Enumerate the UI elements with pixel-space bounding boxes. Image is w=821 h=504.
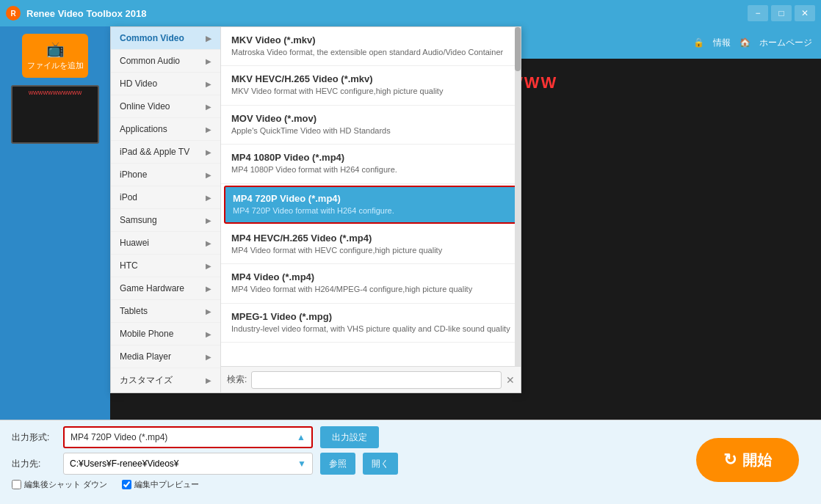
category-htc[interactable]: HTC ▶ xyxy=(111,255,220,277)
app-logo: R xyxy=(6,6,21,21)
category-applications[interactable]: Applications ▶ xyxy=(111,118,220,141)
search-clear-button[interactable]: ✕ xyxy=(506,374,515,386)
shutdown-checkbox-label: 編集後シャット ダウン xyxy=(24,479,107,490)
home-label[interactable]: ホームページ xyxy=(759,37,812,49)
home-icon: 🏠 xyxy=(739,37,751,48)
window-controls: − □ ✕ xyxy=(748,5,815,21)
open-button[interactable]: 開く xyxy=(363,453,398,475)
category-common-audio[interactable]: Common Audio ▶ xyxy=(111,50,220,73)
arrow-icon: ▶ xyxy=(206,103,211,111)
output-path-display: C:¥Users¥F-renee¥Videos¥ ▼ xyxy=(63,453,313,475)
minimize-button[interactable]: − xyxy=(748,5,768,21)
maximize-button[interactable]: □ xyxy=(771,5,792,21)
format-mkv-video[interactable]: MKV Video (*.mkv) Matroska Video format,… xyxy=(221,27,521,66)
format-dropdown: Common Video ▶ Common Audio ▶ HD Video ▶… xyxy=(110,26,521,393)
category-ipad-apple-tv[interactable]: iPad && Apple TV ▶ xyxy=(111,141,220,164)
output-format-select[interactable]: MP4 720P Video (*.mp4) ▲ xyxy=(63,426,313,448)
lock-icon: 🔒 xyxy=(693,37,704,48)
arrow-icon: ▶ xyxy=(206,80,211,88)
output-path-value: C:¥Users¥F-renee¥Videos¥ xyxy=(70,459,179,469)
arrow-icon: ▶ xyxy=(206,376,211,384)
add-file-button[interactable]: 📺 ファイルを追加 xyxy=(22,34,88,78)
output-format-row: 出力形式: MP4 720P Video (*.mp4) ▲ 出力設定 xyxy=(12,426,809,448)
arrow-icon: ▶ xyxy=(206,285,211,293)
format-mkv-hevc[interactable]: MKV HEVC/H.265 Video (*.mkv) MKV Video f… xyxy=(221,66,521,105)
titlebar: R Renee Video Toolbox 2018 − □ ✕ xyxy=(0,0,821,26)
bottom-checkboxes: 編集後シャット ダウン 編集中プレビュー xyxy=(12,479,809,490)
category-tablets[interactable]: Tablets ▶ xyxy=(111,300,220,323)
arrow-icon: ▶ xyxy=(206,34,211,43)
shutdown-checkbox-item[interactable]: 編集後シャット ダウン xyxy=(12,479,107,490)
dropdown-path-arrow-icon: ▼ xyxy=(297,459,306,469)
category-samsung[interactable]: Samsung ▶ xyxy=(111,209,220,232)
arrow-icon: ▶ xyxy=(206,239,211,247)
top-bar-actions: 🔒 情報 🏠 ホームページ xyxy=(693,37,812,49)
arrow-icon: ▶ xyxy=(206,171,211,179)
format-mp4-1080p[interactable]: MP4 1080P Video (*.mp4) MP4 1080P Video … xyxy=(221,145,521,183)
arrow-icon: ▶ xyxy=(206,216,211,224)
category-media-player[interactable]: Media Player ▶ xyxy=(111,346,220,368)
dropdown-arrow-icon: ▲ xyxy=(297,432,305,442)
format-mp4-hevc[interactable]: MP4 HEVC/H.265 Video (*.mp4) MP4 Video f… xyxy=(221,225,521,264)
format-mp4-720p[interactable]: MP4 720P Video (*.mp4) MP4 720P Video fo… xyxy=(224,186,518,224)
category-customize[interactable]: カスタマイズ ▶ xyxy=(111,368,220,392)
output-dest-row: 出力先: C:¥Users¥F-renee¥Videos¥ ▼ 参照 開く xyxy=(12,453,809,475)
format-category-list: Common Video ▶ Common Audio ▶ HD Video ▶… xyxy=(111,27,221,392)
info-label[interactable]: 情報 xyxy=(713,37,731,49)
preview-checkbox[interactable] xyxy=(122,480,131,489)
output-format-label: 出力形式: xyxy=(12,431,56,444)
category-mobile-phone[interactable]: Mobile Phone ▶ xyxy=(111,323,220,346)
add-file-icon: 📺 xyxy=(46,40,65,58)
thumbnail-area: WWWWWWWWWWW xyxy=(11,85,99,144)
arrow-icon: ▶ xyxy=(206,307,211,315)
thumbnail-text: WWWWWWWWWWW xyxy=(12,90,98,95)
arrow-icon: ▶ xyxy=(206,57,211,65)
arrow-icon: ▶ xyxy=(206,353,211,361)
refresh-icon: ↻ xyxy=(723,450,737,470)
arrow-icon: ▶ xyxy=(206,330,211,338)
category-hd-video[interactable]: HD Video ▶ xyxy=(111,73,220,95)
preview-checkbox-label: 編集中プレビュー xyxy=(134,479,199,490)
search-bar: 検索: ✕ xyxy=(221,366,521,392)
scrollbar-thumb[interactable] xyxy=(515,27,521,71)
browse-button[interactable]: 参照 xyxy=(320,453,355,475)
category-game-hardware[interactable]: Game Hardware ▶ xyxy=(111,277,220,300)
format-mov-video[interactable]: MOV Video (*.mov) Apple's QuickTime Vide… xyxy=(221,106,521,145)
format-mpeg1[interactable]: MPEG-1 Video (*.mpg) Industry-level vide… xyxy=(221,304,521,343)
start-button[interactable]: ↻ 開始 xyxy=(696,438,799,482)
category-common-video[interactable]: Common Video ▶ xyxy=(111,27,220,50)
start-label: 開始 xyxy=(742,450,772,470)
add-file-label: ファイルを追加 xyxy=(27,60,84,71)
scrollbar-track[interactable] xyxy=(515,27,521,366)
arrow-icon: ▶ xyxy=(206,125,211,134)
close-button[interactable]: ✕ xyxy=(795,5,815,21)
format-mp4-video[interactable]: MP4 Video (*.mp4) MP4 Video format with … xyxy=(221,264,521,303)
category-iphone[interactable]: iPhone ▶ xyxy=(111,164,220,186)
category-ipod[interactable]: iPod ▶ xyxy=(111,186,220,209)
output-dest-label: 出力先: xyxy=(12,458,56,470)
preview-checkbox-item[interactable]: 編集中プレビュー xyxy=(122,479,199,490)
app-title: Renee Video Toolbox 2018 xyxy=(26,8,748,19)
shutdown-checkbox[interactable] xyxy=(12,480,21,489)
output-format-value: MP4 720P Video (*.mp4) xyxy=(70,432,167,442)
search-label: 検索: xyxy=(227,373,247,386)
search-input[interactable] xyxy=(251,371,502,389)
arrow-icon: ▶ xyxy=(206,148,211,156)
output-settings-button[interactable]: 出力設定 xyxy=(320,426,379,448)
category-online-video[interactable]: Online Video ▶ xyxy=(111,95,220,118)
category-huawei[interactable]: Huawei ▶ xyxy=(111,232,220,255)
format-list: MKV Video (*.mkv) Matroska Video format,… xyxy=(221,27,521,392)
arrow-icon: ▶ xyxy=(206,262,211,270)
arrow-icon: ▶ xyxy=(206,194,211,202)
